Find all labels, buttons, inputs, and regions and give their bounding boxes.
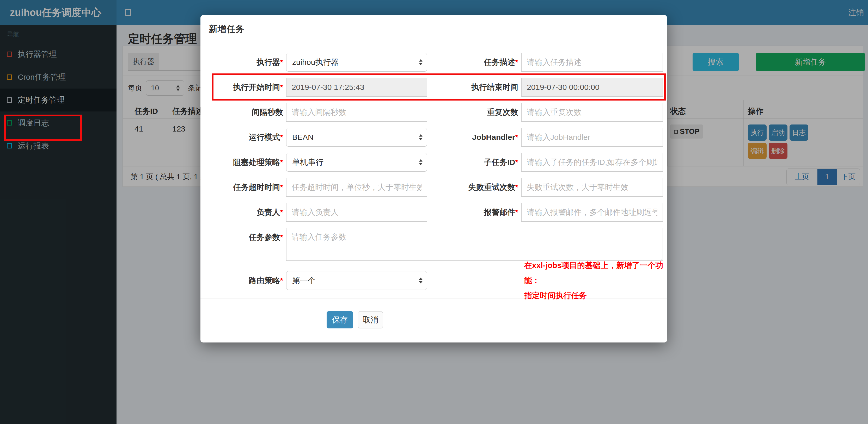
required-mark: * (280, 158, 283, 166)
form-row-timeout-retry: 任务超时时间* 失败重试次数* (200, 178, 667, 197)
block-strategy-select-value: 单机串行 (292, 158, 323, 166)
child-task-id-label: 子任务ID* (427, 157, 518, 168)
cancel-button[interactable]: 取消 (358, 311, 383, 328)
route-strategy-select-value: 第一个 (292, 276, 316, 285)
alarm-email-label: 报警邮件* (427, 207, 518, 218)
required-mark: * (515, 133, 518, 141)
select-caret-icon (419, 59, 423, 65)
job-param-textarea[interactable] (286, 228, 663, 261)
feature-note-line2: 指定时间执行任务 (524, 288, 667, 303)
required-mark: * (280, 183, 283, 191)
select-caret-icon (419, 159, 423, 165)
form-row-job-param: 任务参数* (200, 228, 667, 261)
executor-label: 执行器* (200, 57, 283, 68)
executor-select-value: zuihou执行器 (292, 58, 339, 66)
timeout-label: 任务超时时间* (200, 182, 283, 193)
required-mark: * (515, 183, 518, 191)
repeat-label: 重复次数 (427, 107, 518, 118)
required-mark: * (280, 58, 283, 66)
select-caret-icon (419, 278, 423, 284)
add-task-modal: 新增任务 执行器* zuihou执行器 任务描述* 执行开始时间* 执行结束时间… (200, 15, 667, 343)
save-button[interactable]: 保存 (327, 311, 353, 328)
modal-title: 新增任务 (200, 15, 667, 43)
owner-input[interactable] (286, 203, 427, 222)
route-strategy-select[interactable]: 第一个 (286, 271, 427, 290)
alarm-email-input[interactable] (521, 203, 663, 222)
required-mark: * (515, 158, 518, 166)
run-mode-select-value: BEAN (292, 133, 314, 141)
interval-label: 间隔秒数 (200, 107, 283, 118)
modal-header: 新增任务 (200, 15, 667, 43)
task-desc-label: 任务描述* (427, 57, 518, 68)
owner-label: 负责人* (200, 207, 283, 218)
required-mark: * (280, 276, 283, 285)
repeat-input[interactable] (521, 103, 663, 122)
job-handler-label: JobHandler* (427, 133, 518, 142)
required-mark: * (515, 58, 518, 66)
form-row-interval-repeat: 间隔秒数 重复次数 (200, 103, 667, 122)
route-strategy-label: 路由策略* (200, 275, 283, 286)
block-strategy-label: 阻塞处理策略* (200, 157, 283, 168)
required-mark: * (280, 233, 283, 241)
job-param-label: 任务参数* (200, 228, 283, 243)
retry-input[interactable] (521, 178, 663, 197)
required-mark: * (515, 208, 518, 217)
child-task-id-input[interactable] (521, 153, 663, 172)
interval-input[interactable] (286, 103, 427, 122)
run-mode-label: 运行模式* (200, 132, 283, 143)
task-desc-input[interactable] (521, 53, 663, 72)
form-row-route-strategy: 路由策略* 第一个 在xxl-jobs项目的基础上，新增了一个功能： 指定时间执… (200, 271, 667, 290)
timeout-input[interactable] (286, 178, 427, 197)
block-strategy-select[interactable]: 单机串行 (286, 153, 427, 172)
form-row-owner-email: 负责人* 报警邮件* (200, 203, 667, 222)
annotation-rect-exec-time-row (212, 73, 666, 101)
annotation-rect-sidebar-timed-task (4, 115, 82, 141)
feature-note-text: 在xxl-jobs项目的基础上，新增了一个功能： 指定时间执行任务 (524, 258, 667, 303)
form-row-runmode-handler: 运行模式* BEAN JobHandler* (200, 128, 667, 146)
executor-select[interactable]: zuihou执行器 (286, 53, 427, 72)
form-row-executor-desc: 执行器* zuihou执行器 任务描述* (200, 53, 667, 72)
required-mark: * (280, 133, 283, 141)
form-row-block-childid: 阻塞处理策略* 单机串行 子任务ID* (200, 153, 667, 172)
retry-label: 失败重试次数* (427, 182, 518, 193)
run-mode-select[interactable]: BEAN (286, 128, 427, 146)
feature-note-line1: 在xxl-jobs项目的基础上，新增了一个功能： (524, 258, 667, 288)
job-handler-input[interactable] (521, 128, 663, 146)
select-caret-icon (419, 134, 423, 140)
required-mark: * (280, 208, 283, 217)
